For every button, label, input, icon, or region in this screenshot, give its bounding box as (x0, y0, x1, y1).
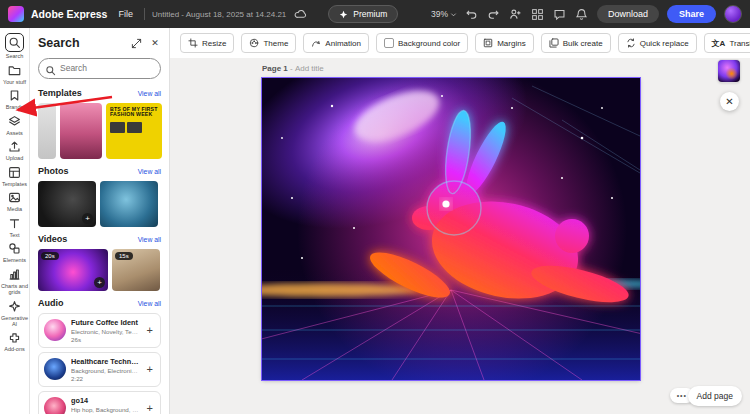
expand-panel-icon[interactable] (130, 37, 142, 49)
sidebar-item-charts-and-grids[interactable]: Charts and grids (0, 267, 30, 295)
add-audio-icon[interactable]: + (145, 402, 155, 414)
document-toolbar: Resize Theme Animation Background color … (170, 28, 750, 58)
upload-icon (7, 139, 22, 154)
animation-icon (311, 38, 321, 48)
sidebar-item-brands[interactable]: Brands (0, 88, 30, 110)
template-thumbnail[interactable] (60, 103, 102, 159)
crop-icon (188, 38, 198, 48)
audio-tags: Electronic, Novelty, Techno, Dreamy... (71, 328, 140, 335)
animation-button[interactable]: Animation (303, 33, 369, 53)
sidebar-item-elements[interactable]: Elements (0, 241, 30, 263)
cloud-sync-icon (293, 7, 307, 21)
videos-section-title: Videos (38, 234, 67, 244)
add-audio-icon[interactable]: + (145, 324, 155, 336)
page-preview-thumbnail[interactable] (718, 60, 740, 82)
folder-icon (7, 63, 22, 78)
comments-icon[interactable] (553, 7, 567, 21)
search-input[interactable] (38, 58, 161, 79)
sidebar-item-text[interactable]: Text (0, 216, 30, 238)
redo-icon[interactable] (487, 7, 501, 21)
audio-list: Future Coffee Ident Electronic, Novelty,… (38, 313, 161, 414)
bar-chart-icon (7, 267, 22, 282)
apps-grid-icon[interactable] (531, 7, 545, 21)
add-audio-icon[interactable]: + (145, 363, 155, 375)
audio-title: go14 (71, 396, 140, 405)
photos-view-all-link[interactable]: View all (138, 168, 161, 175)
neon-rabbit-artwork[interactable] (262, 78, 640, 380)
document-canvas[interactable] (262, 78, 640, 380)
audio-artwork (44, 319, 66, 341)
templates-section-title: Templates (38, 88, 82, 98)
templates-view-all-link[interactable]: View all (138, 90, 161, 97)
background-color-button[interactable]: Background color (376, 33, 468, 53)
search-panel: Search ✕ Templates View all BTS of my fi… (30, 28, 170, 414)
close-panel-icon[interactable]: ✕ (149, 37, 161, 49)
left-navigation-rail: Search Your stuff Brands Assets Upload T… (0, 28, 30, 414)
user-avatar[interactable] (724, 5, 742, 23)
top-bar: Adobe Express File Untitled - August 18,… (0, 0, 750, 28)
audio-list-item[interactable]: Healthcare Technology Background, Electr… (38, 352, 161, 387)
theme-button[interactable]: Theme (241, 33, 296, 53)
file-menu[interactable]: File (114, 7, 137, 21)
video-thumbnail[interactable]: 15s (112, 249, 160, 291)
document-title[interactable]: Untitled - August 18, 2025 at 14.24.21 (152, 10, 286, 19)
audio-title: Healthcare Technology (71, 357, 140, 366)
video-thumbnail[interactable]: 20s + (38, 249, 108, 291)
template-thumbnail[interactable] (38, 103, 56, 159)
audio-artwork (44, 358, 66, 380)
undo-icon[interactable] (465, 7, 479, 21)
app-name: Adobe Express (31, 8, 107, 20)
audio-section-title: Audio (38, 298, 64, 308)
templates-row: BTS of my first fashion week (38, 103, 161, 159)
zoom-level[interactable]: 39% (431, 9, 457, 19)
sidebar-item-search[interactable]: Search (0, 33, 30, 59)
translate-button[interactable]: 文A Translate NEW (704, 33, 750, 53)
photos-row: + (38, 181, 161, 227)
text-icon (7, 216, 22, 231)
add-page-button[interactable]: Add page (688, 386, 742, 406)
panel-title: Search (38, 36, 80, 50)
image-icon (7, 190, 22, 205)
search-icon (5, 33, 24, 52)
margins-button[interactable]: Margins (475, 33, 533, 53)
add-video-icon[interactable]: + (94, 277, 105, 288)
video-duration-badge: 20s (41, 252, 59, 260)
share-button[interactable]: Share (667, 5, 716, 23)
page-label[interactable]: Page 1 - Add title (262, 64, 324, 73)
add-photo-icon[interactable]: + (82, 213, 93, 224)
shapes-icon (7, 241, 22, 256)
bulk-create-button[interactable]: Bulk create (541, 33, 611, 53)
sidebar-item-upload[interactable]: Upload (0, 139, 30, 161)
audio-view-all-link[interactable]: View all (138, 300, 161, 307)
translate-icon: 文A (712, 38, 726, 49)
audio-artwork (44, 397, 66, 414)
premium-button[interactable]: Premium (328, 5, 398, 23)
notifications-bell-icon[interactable] (575, 7, 589, 21)
topbar-divider (144, 8, 145, 20)
photo-thumbnail[interactable]: + (38, 181, 96, 227)
close-float-button[interactable]: ✕ (720, 92, 739, 111)
sidebar-item-assets[interactable]: Assets (0, 114, 30, 136)
audio-list-item[interactable]: Future Coffee Ident Electronic, Novelty,… (38, 313, 161, 348)
audio-title: Future Coffee Ident (71, 318, 140, 327)
resize-button[interactable]: Resize (180, 33, 234, 53)
bookmark-icon (7, 88, 22, 103)
stack-icon (549, 38, 559, 48)
add-title-placeholder: Add title (295, 64, 324, 73)
audio-duration: 2:22 (71, 375, 140, 382)
quick-replace-button[interactable]: Quick replace (618, 33, 697, 53)
videos-view-all-link[interactable]: View all (138, 236, 161, 243)
sidebar-item-add-ons[interactable]: Add-ons (0, 330, 30, 352)
videos-row: 20s + 15s (38, 249, 161, 291)
sidebar-item-templates[interactable]: Templates (0, 165, 30, 187)
sidebar-item-media[interactable]: Media (0, 190, 30, 212)
audio-tags: Background, Electronic, Dynamic, F... (71, 367, 140, 374)
download-button[interactable]: Download (597, 5, 659, 23)
invite-people-icon[interactable] (509, 7, 523, 21)
sidebar-item-your-stuff[interactable]: Your stuff (0, 63, 30, 85)
audio-tags: Hip hop, Background, Electronic, M... (71, 406, 140, 413)
photo-thumbnail[interactable] (100, 181, 158, 227)
template-thumbnail[interactable]: BTS of my first fashion week (106, 103, 162, 159)
audio-list-item[interactable]: go14 Hip hop, Background, Electronic, M.… (38, 391, 161, 414)
sidebar-item-generative-ai[interactable]: Generative AI (0, 299, 30, 327)
